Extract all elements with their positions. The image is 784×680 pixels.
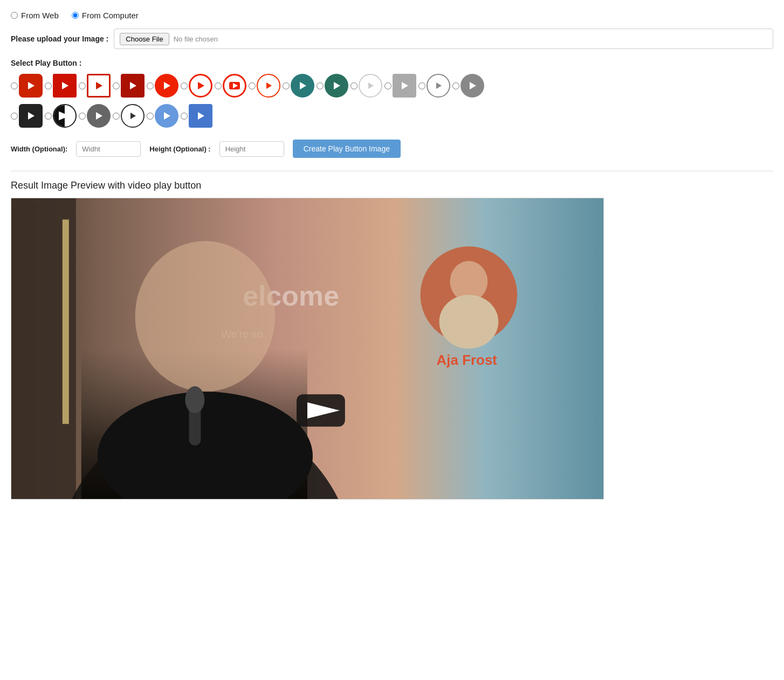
play-icon-12[interactable] [393, 74, 416, 98]
play-btn-radio-18[interactable] [113, 113, 120, 120]
svg-marker-5 [198, 82, 204, 89]
play-btn-radio-16[interactable] [45, 113, 52, 120]
svg-marker-4 [164, 82, 170, 89]
play-btn-option-4[interactable] [113, 74, 145, 98]
play-btn-radio-7[interactable] [215, 82, 222, 89]
play-btn-option-14[interactable] [452, 74, 484, 98]
play-icon-20[interactable] [189, 104, 212, 128]
play-icon-4[interactable] [121, 74, 145, 98]
play-icon-8[interactable] [257, 74, 280, 98]
play-btn-radio-13[interactable] [418, 82, 425, 89]
play-btn-radio-5[interactable] [147, 82, 154, 89]
play-icon-9[interactable] [291, 74, 314, 98]
play-icon-7[interactable] [223, 74, 246, 98]
play-btn-option-16[interactable] [45, 104, 77, 128]
svg-marker-11 [368, 82, 374, 89]
play-icon-10[interactable] [325, 74, 348, 98]
svg-marker-13 [436, 82, 442, 89]
svg-marker-18 [96, 112, 102, 120]
play-btn-option-18[interactable] [113, 104, 145, 128]
width-input[interactable] [76, 141, 141, 157]
play-icon-19[interactable] [155, 104, 178, 128]
play-icon-18[interactable] [121, 104, 145, 128]
play-btn-option-12[interactable] [384, 74, 416, 98]
play-btn-radio-12[interactable] [384, 82, 391, 89]
choose-file-button[interactable]: Choose File [120, 33, 169, 45]
preview-svg: elcome We're so Aja Frost [11, 198, 603, 499]
svg-marker-2 [96, 82, 102, 89]
svg-text:Aja Frost: Aja Frost [437, 352, 498, 367]
play-btn-radio-10[interactable] [317, 82, 324, 89]
svg-marker-1 [62, 82, 68, 89]
from-computer-option[interactable]: From Computer [72, 11, 139, 20]
play-btn-option-2[interactable] [45, 74, 77, 98]
play-btn-option-6[interactable] [181, 74, 212, 98]
play-btn-radio-14[interactable] [452, 82, 459, 89]
svg-rect-25 [63, 219, 69, 424]
options-row: Width (Optional): Height (Optional) : Cr… [11, 140, 773, 158]
svg-point-33 [185, 386, 204, 413]
play-btn-radio-4[interactable] [113, 82, 120, 89]
play-icon-2[interactable] [53, 74, 77, 98]
play-btn-radio-9[interactable] [283, 82, 290, 89]
width-label: Width (Optional): [11, 145, 67, 153]
svg-point-30 [135, 241, 276, 391]
upload-box: Choose File No file chosen [114, 29, 773, 49]
play-btn-option-15[interactable] [11, 104, 43, 128]
play-btn-option-1[interactable] [11, 74, 43, 98]
play-buttons-row2 [11, 104, 773, 128]
svg-marker-10 [334, 82, 340, 89]
from-computer-radio[interactable] [72, 12, 79, 19]
upload-row: Please upload your Image : Choose File N… [11, 29, 773, 49]
play-icon-14[interactable] [460, 74, 484, 98]
play-icon-17[interactable] [87, 104, 111, 128]
play-btn-radio-2[interactable] [45, 82, 52, 89]
play-btn-option-7[interactable] [215, 74, 246, 98]
play-btn-radio-15[interactable] [11, 113, 18, 120]
play-btn-radio-20[interactable] [181, 113, 188, 120]
height-input[interactable] [219, 141, 284, 157]
play-icon-16[interactable] [53, 104, 77, 128]
play-icon-1[interactable] [19, 74, 43, 98]
svg-point-36 [439, 295, 499, 349]
play-icon-15[interactable] [19, 104, 43, 128]
create-play-button-image-button[interactable]: Create Play Button Image [293, 140, 401, 158]
play-btn-option-17[interactable] [79, 104, 111, 128]
play-icon-5[interactable] [155, 74, 178, 98]
play-btn-option-11[interactable] [350, 74, 382, 98]
play-btn-option-13[interactable] [418, 74, 450, 98]
source-selection-row: From Web From Computer [11, 11, 773, 20]
upload-label: Please upload your Image : [11, 34, 108, 43]
play-btn-option-5[interactable] [147, 74, 178, 98]
play-icon-3[interactable] [87, 74, 111, 98]
svg-marker-21 [198, 112, 204, 120]
play-btn-option-10[interactable] [317, 74, 348, 98]
play-icon-6[interactable] [189, 74, 212, 98]
play-btn-radio-19[interactable] [147, 113, 154, 120]
play-btn-option-8[interactable] [249, 74, 280, 98]
play-btn-radio-1[interactable] [11, 82, 18, 89]
play-btn-radio-8[interactable] [249, 82, 256, 89]
play-btn-option-3[interactable] [79, 74, 111, 98]
play-btn-radio-17[interactable] [79, 113, 86, 120]
preview-image: elcome We're so Aja Frost [11, 198, 604, 499]
play-btn-option-20[interactable] [181, 104, 212, 128]
play-btn-radio-6[interactable] [181, 82, 188, 89]
play-icon-11[interactable] [359, 74, 382, 98]
preview-wrapper: elcome We're so Aja Frost [11, 198, 604, 499]
play-btn-option-19[interactable] [147, 104, 178, 128]
play-buttons-row1 [11, 74, 773, 98]
from-web-radio[interactable] [11, 12, 18, 19]
svg-marker-0 [28, 82, 35, 89]
play-btn-radio-3[interactable] [79, 82, 86, 89]
svg-marker-12 [402, 82, 408, 89]
play-btn-radio-11[interactable] [350, 82, 357, 89]
from-web-option[interactable]: From Web [11, 11, 59, 20]
height-label: Height (Optional) : [149, 145, 210, 153]
svg-marker-15 [28, 112, 35, 120]
svg-marker-9 [300, 82, 306, 89]
play-btn-option-9[interactable] [283, 74, 314, 98]
play-icon-13[interactable] [427, 74, 450, 98]
svg-marker-14 [470, 82, 476, 89]
svg-marker-19 [130, 113, 136, 119]
